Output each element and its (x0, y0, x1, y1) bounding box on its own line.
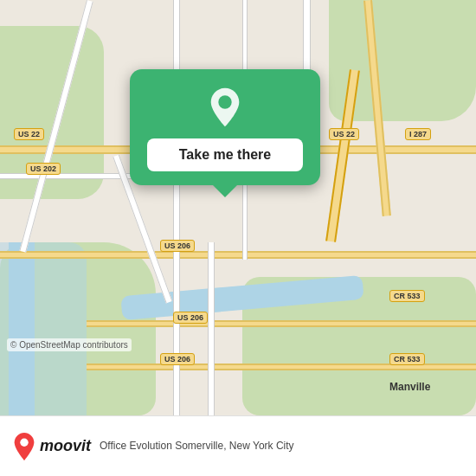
moovit-logo: moovit (12, 432, 91, 461)
take-me-there-button[interactable]: Take me there (147, 138, 303, 171)
road-label-us206-mid: US 206 (173, 312, 208, 324)
road-label-us22-right: US 22 (329, 128, 359, 140)
road-label-us22-top: US 22 (14, 128, 44, 140)
location-text: Office Evolution Somerville, New York Ci… (100, 439, 294, 453)
road-label-cr533-bot: CR 533 (389, 353, 425, 365)
svg-point-0 (218, 95, 231, 108)
moovit-pin-icon (12, 432, 36, 461)
map-view[interactable]: US 22US 22I 287US 202US 206US 206US 206C… (0, 0, 476, 415)
moovit-brand-name: moovit (40, 437, 91, 455)
osm-credit: © OpenStreetMap contributors (7, 338, 132, 351)
road-vertical-4 (208, 242, 215, 415)
road-label-us206-top: US 206 (160, 240, 195, 252)
road-label-cr533-top: CR 533 (389, 290, 425, 302)
svg-point-1 (20, 438, 28, 446)
water-area (0, 242, 87, 415)
bottom-bar: moovit Office Evolution Somerville, New … (0, 415, 476, 476)
road-label-i287: I 287 (405, 128, 431, 140)
road-label-us206-bot: US 206 (160, 353, 195, 365)
road-horizontal-3 (0, 251, 476, 259)
place-label: Manville (389, 381, 430, 393)
map-pin-icon (204, 87, 246, 128)
road-horizontal-4 (87, 320, 476, 327)
road-label-us202: US 202 (26, 163, 61, 175)
popup-card: Take me there (130, 69, 320, 185)
